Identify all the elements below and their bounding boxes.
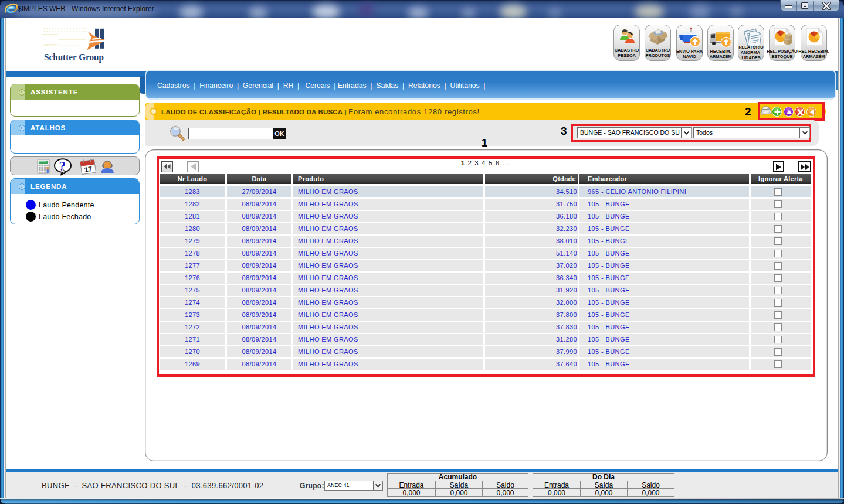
svg-text:17: 17 <box>84 165 93 174</box>
svg-text:Schutter Group: Schutter Group <box>44 51 104 63</box>
